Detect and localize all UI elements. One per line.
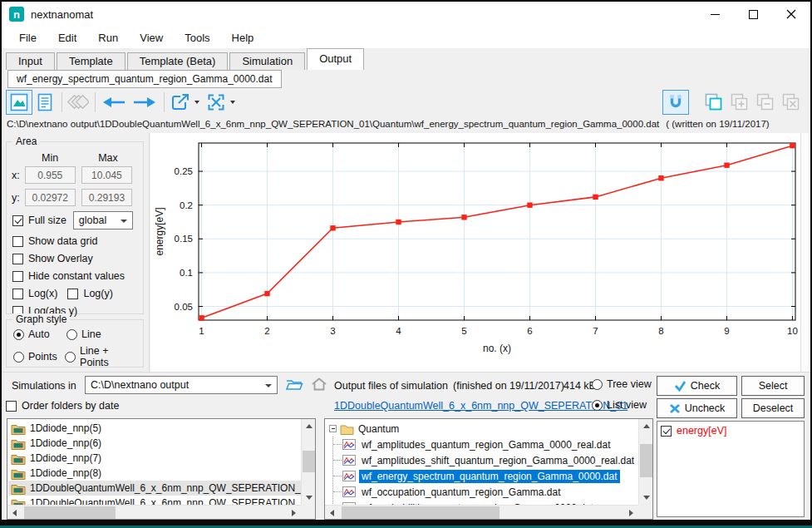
copy-plot-button[interactable] [701,91,726,114]
radio-line-points[interactable] [65,352,76,363]
tab-simulation[interactable]: Simulation [229,52,305,70]
export-dropdown-caret[interactable] [194,101,199,104]
files-vertical-scrollbar[interactable] [638,419,652,505]
menu-view[interactable]: View [129,28,174,47]
file-row[interactable]: wf_amplitudes_shift_quantum_region_Gamma… [333,452,638,468]
y-max-field[interactable]: 0.29193 [81,189,132,206]
graph-style-auto[interactable]: Auto [13,328,66,340]
remove-overlay-button[interactable] [752,91,777,114]
file-row[interactable]: wf_energy_spectrum_quantum_region_Gamma_… [333,468,638,484]
open-folder-button[interactable] [285,377,303,395]
minimize-button[interactable] [696,2,734,27]
folder-row[interactable]: 1DDoubleQuantumWell_6_x_6nm_nnp_QW_SEPER… [8,496,301,505]
simulation-link[interactable]: 1DDoubleQuantumWell_6_x_6nm_nnp_QW_SEPER… [334,400,627,412]
files-horizontal-scrollbar[interactable] [325,505,638,519]
folder-row[interactable]: 1Ddiode_nnp(6) [8,436,301,451]
fit-view-button[interactable] [204,91,229,114]
scroll-left-button[interactable] [325,506,339,520]
x-min-field[interactable]: 0.955 [25,166,76,184]
scroll-up-button[interactable] [639,419,653,433]
order-folders-checkbox[interactable] [6,401,17,412]
energy-spectrum-chart[interactable]: 123456789100.050.10.150.20.25no. (x)ener… [150,133,800,372]
full-size-mode-select[interactable]: global [73,211,133,229]
home-button[interactable] [311,377,327,395]
snap-magnet-button[interactable] [663,91,688,114]
menu-run[interactable]: Run [87,28,129,47]
overlay-layers-button[interactable] [66,91,91,114]
tab-output[interactable]: Output [307,48,364,70]
minimize-icon [711,14,720,15]
scroll-right-button[interactable] [287,506,301,520]
tree-view-option[interactable]: Tree view [592,378,652,390]
folder-name: 1DDoubleQuantumWell_6_x_6nm_nnp_QW_SEPER… [30,482,301,494]
show-overlay-checkbox[interactable] [12,254,23,264]
folder-row[interactable]: 1Ddiode_nnp(5) [8,421,301,436]
menu-file[interactable]: File [8,28,47,47]
folder-row[interactable]: 1DDoubleQuantumWell_6_x_6nm_nnp_QW_SEPER… [8,481,301,496]
graph-style-points[interactable]: Points [13,351,65,363]
tab-template-beta[interactable]: Template (Beta) [127,52,229,70]
series-row[interactable]: energy[eV] [657,422,804,438]
tree-view-radio[interactable] [592,379,603,390]
scrollbar-thumb[interactable] [342,506,500,519]
tab-template[interactable]: Template [57,52,125,70]
tree-root-quantum[interactable]: Quantum [327,421,638,437]
subtab-dat-file[interactable]: wf_energy_spectrum_quantum_region_Gamma_… [7,70,282,88]
add-overlay-button[interactable] [726,91,751,114]
close-button[interactable] [772,2,810,27]
fit-view-dropdown-caret[interactable] [230,101,235,104]
scrollbar-thumb[interactable] [303,451,315,472]
list-view-radio[interactable] [592,400,603,411]
scroll-down-button[interactable] [302,491,316,505]
scroll-up-button[interactable] [302,419,316,433]
full-size-checkbox[interactable] [12,215,23,226]
list-view-option[interactable]: List view [592,399,647,411]
graph-style-label-line-points: Line + Points [80,345,138,368]
back-button[interactable] [99,91,129,114]
scroll-down-button[interactable] [639,491,653,505]
deselect-button[interactable]: Deselect [741,398,805,418]
series-checkbox[interactable] [661,426,672,437]
forward-button[interactable] [130,91,160,114]
clear-overlay-button[interactable] [778,91,803,114]
scrollbar-thumb[interactable] [24,506,116,519]
radio-auto[interactable] [13,329,24,340]
graph-style-line[interactable]: Line [66,328,101,340]
series-label: energy[eV] [677,425,726,437]
uncheck-button[interactable]: Uncheck [657,398,737,418]
folder-row[interactable]: 1Ddiode_nnp(8) [8,466,301,481]
menu-tools[interactable]: Tools [174,28,220,47]
simulations-path-select[interactable]: C:\D\nextnano output [85,376,278,394]
log-y-checkbox[interactable] [67,289,78,299]
scroll-left-button[interactable] [7,506,22,520]
tree-expander[interactable] [329,425,337,432]
show-data-grid-checkbox[interactable] [12,236,23,247]
radio-points[interactable] [13,352,24,363]
plot-view-button[interactable] [7,91,32,114]
file-row[interactable]: wf_amplitudes_quantum_region_Gamma_0000_… [333,437,638,452]
file-row[interactable]: wf_occupation_quantum_region_Gamma.dat [333,484,638,500]
folders-vertical-scrollbar[interactable] [301,419,315,505]
tab-input[interactable]: Input [6,52,55,70]
export-button[interactable] [168,91,193,114]
log-x-checkbox[interactable] [12,289,23,299]
check-button[interactable]: Check [657,376,737,396]
file-name: wf_amplitudes_shift_quantum_region_Gamma… [359,454,637,467]
y-min-field[interactable]: 0.02972 [25,189,76,206]
output-files-tree: Quantumwf_amplitudes_quantum_region_Gamm… [324,418,653,520]
x-max-field[interactable]: 10.045 [81,166,132,184]
subtab-row: wf_energy_spectrum_quantum_region_Gamma_… [2,70,810,88]
select-button[interactable]: Select [741,376,805,396]
scroll-right-button[interactable] [624,506,638,520]
menu-edit[interactable]: Edit [47,28,87,47]
maximize-button[interactable] [734,2,772,27]
scrollbar-thumb[interactable] [640,444,652,477]
folders-horizontal-scrollbar[interactable] [7,505,301,519]
graph-style-line-points[interactable]: Line + Points [65,345,138,368]
deselect-button-label: Deselect [753,402,794,414]
radio-line[interactable] [66,329,77,340]
menu-help[interactable]: Help [221,28,265,47]
text-view-button[interactable] [32,91,57,114]
folder-row[interactable]: 1Ddiode_nnp(7) [8,451,301,466]
hide-constant-values-checkbox[interactable] [12,271,23,282]
